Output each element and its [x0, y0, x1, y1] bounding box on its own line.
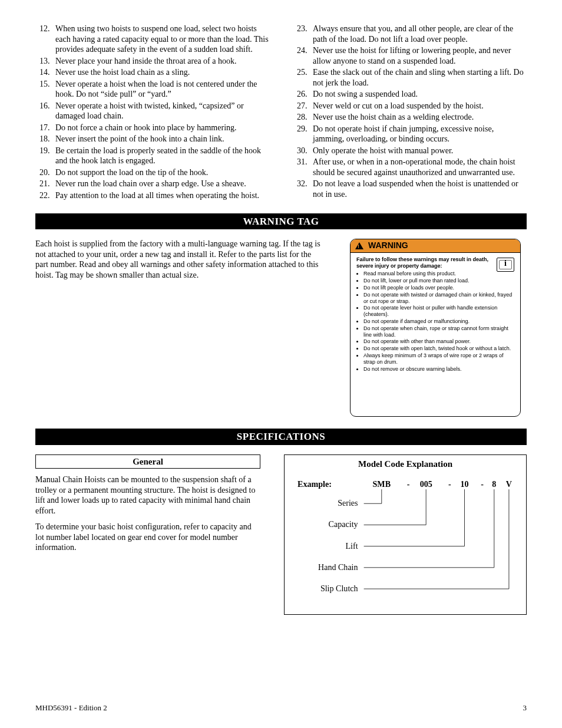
model-code-heading: Model Code Explanation: [293, 459, 518, 470]
svg-text:10: 10: [460, 479, 468, 489]
safety-rules-right-list: Always ensure that you, and all other pe…: [293, 24, 527, 199]
spec-general-column: General Manual Chain Hoists can be mount…: [35, 454, 260, 559]
warning-card-intro: Failure to follow these warnings may res…: [356, 256, 514, 269]
list-item: Do not operate hoist if chain jumping, e…: [309, 124, 527, 144]
footer-page-number: 3: [523, 703, 527, 713]
svg-text:Slip Clutch: Slip Clutch: [320, 584, 358, 593]
list-item: After use, or when in a non-operational …: [309, 157, 527, 177]
warning-card: WARNING i Failure to follow these warnin…: [350, 239, 521, 417]
safety-rules-left-list: When using two hoists to suspend one loa…: [35, 24, 269, 200]
warning-card-header: WARNING: [351, 239, 520, 253]
svg-text:Series: Series: [338, 499, 358, 508]
warning-card-header-label: WARNING: [368, 241, 408, 251]
warning-card-bullets: Read manual before using this product.Do…: [356, 271, 514, 372]
warning-bullet: Do not lift, lower or pull more than rat…: [363, 278, 514, 284]
list-item: Be certain the load is properly seated i…: [52, 146, 269, 166]
list-item: Never insert the point of the hook into …: [52, 134, 269, 144]
warning-bullet: Do not operate with other than manual po…: [363, 338, 514, 345]
warning-bullet: Always keep minimum of 3 wraps of wire r…: [363, 353, 514, 365]
warning-bullet: Do not operate when chain, rope or strap…: [363, 325, 514, 338]
list-item: Always ensure that you, and all other pe…: [309, 24, 527, 44]
list-item: Never run the load chain over a sharp ed…: [52, 179, 269, 189]
mce-example-label: Example:: [297, 479, 332, 489]
manual-book-icon: i: [497, 258, 514, 272]
safety-rules-left-col: When using two hoists to suspend one loa…: [35, 24, 269, 202]
warning-tag-image: WARNING i Failure to follow these warnin…: [344, 239, 527, 417]
safety-rules-columns: When using two hoists to suspend one loa…: [35, 24, 527, 202]
svg-text:8: 8: [492, 479, 496, 489]
list-item: Do not support the load on the tip of th…: [52, 167, 269, 178]
warning-card-body: i Failure to follow these warnings may r…: [351, 253, 520, 375]
warning-bullet: Do not lift people or loads over people.: [363, 285, 514, 291]
svg-text:Hand Chain: Hand Chain: [318, 562, 358, 572]
list-item: Ease the slack out of the chain and slin…: [309, 67, 527, 88]
svg-text:V: V: [506, 479, 512, 489]
model-code-panel: Model Code Explanation Example: SMB-005-…: [284, 454, 527, 615]
list-item: Do not swing a suspended load.: [309, 89, 527, 100]
list-item: Never use the hoist for lifting or lower…: [309, 45, 527, 66]
list-item: Never operate a hoist when the load is n…: [52, 79, 269, 100]
safety-rules-right-col: Always ensure that you, and all other pe…: [293, 24, 527, 202]
list-item: Pay attention to the load at all times w…: [52, 190, 269, 201]
general-heading: General: [35, 454, 260, 469]
warning-bullet: Do not operate with open latch, twisted …: [363, 345, 514, 352]
svg-text:Lift: Lift: [345, 541, 358, 551]
list-item: Never place your hand inside the throat …: [52, 56, 269, 67]
general-paragraph-2: To determine your basic hoist configurat…: [35, 522, 260, 553]
warning-tag-heading: WARNING TAG: [35, 213, 527, 229]
warning-bullet: Do not operate if damaged or malfunction…: [363, 318, 514, 325]
list-item: Never use the hoist chain as a welding e…: [309, 112, 527, 123]
list-item: Never weld or cut on a load suspended by…: [309, 101, 527, 111]
list-item: Only operate the hoist with manual power…: [309, 146, 527, 156]
list-item: When using two hoists to suspend one loa…: [52, 24, 269, 55]
page-footer: MHD56391 - Edition 2 3: [35, 703, 527, 713]
list-item: Never operate a hoist with twisted, kink…: [52, 101, 269, 121]
warning-bullet: Do not operate with twisted or damaged c…: [363, 292, 514, 305]
svg-text:-: -: [481, 479, 484, 489]
svg-text:SMB: SMB: [373, 479, 391, 489]
warning-bullet: Do not operate lever hoist or puller wit…: [363, 305, 514, 318]
specifications-heading: SPECIFICATIONS: [35, 429, 527, 444]
warning-tag-paragraph: Each hoist is supplied from the factory …: [35, 239, 320, 280]
general-paragraph-1: Manual Chain Hoists can be mounted to th…: [35, 475, 260, 516]
warning-tag-row: Each hoist is supplied from the factory …: [35, 239, 527, 417]
svg-text:-: -: [448, 479, 451, 489]
specifications-row: General Manual Chain Hoists can be mount…: [35, 454, 527, 615]
svg-text:005: 005: [420, 479, 432, 489]
warning-bullet: Do not remove or obscure warning labels.: [363, 366, 514, 373]
list-item: Do not leave a load suspended when the h…: [309, 179, 527, 199]
list-item: Do not force a chain or hook into place …: [52, 123, 269, 133]
warning-bullet: Read manual before using this product.: [363, 271, 514, 277]
model-code-diagram: Example: SMB-005-10-8V SeriesCapacityLif…: [293, 476, 518, 601]
list-item: Never use the hoist load chain as a slin…: [52, 67, 269, 78]
warning-triangle-icon: [355, 242, 363, 249]
warning-tag-text: Each hoist is supplied from the factory …: [35, 239, 320, 417]
footer-doc-id: MHD56391 - Edition 2: [35, 703, 107, 713]
svg-text:Capacity: Capacity: [329, 520, 358, 529]
svg-text:-: -: [407, 479, 410, 489]
